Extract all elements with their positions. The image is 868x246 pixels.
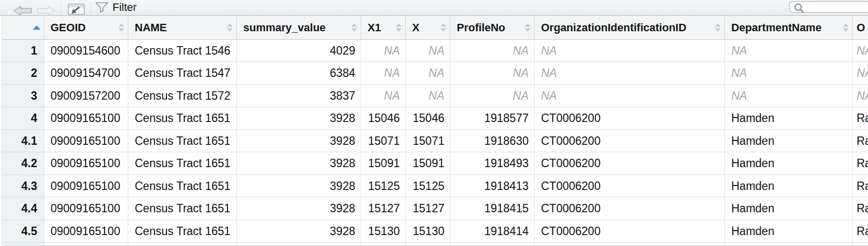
sort-toggle-icon xyxy=(525,23,531,32)
cell-DepartmentName: Hamden xyxy=(725,220,853,243)
cell-DepartmentName: NA xyxy=(725,40,853,62)
filter-button[interactable]: Filter xyxy=(95,0,137,15)
cell-DepartmentName: NA xyxy=(725,85,853,107)
column-header-GEOID[interactable]: GEOID xyxy=(44,16,128,40)
cell-OrganizationIdentificationID: NA xyxy=(535,85,725,107)
cell-summary_value: 3928 xyxy=(237,130,361,152)
cell-OrganizationIdentificationID: CT0006200 xyxy=(535,175,725,197)
sort-toggle-icon xyxy=(118,23,124,32)
cell-OrganizationIdentificationID: NA xyxy=(535,40,725,62)
cell-OrganizationIdentificationID: CT0006200 xyxy=(535,152,725,175)
cell-summary_value: 3928 xyxy=(237,197,361,220)
column-header-ProfileNo[interactable]: ProfileNo xyxy=(450,16,535,40)
partial-row xyxy=(2,243,868,246)
column-header-label: ProfileNo xyxy=(457,21,505,34)
cell-X: 15127 xyxy=(406,197,450,220)
cell-NAME: Census Tract 1651 xyxy=(128,197,237,220)
table-row: 209009154700Census Tract 15476384NANANAN… xyxy=(2,62,868,84)
cell-GEOID: 09009154700 xyxy=(44,62,128,84)
cell-summary_value: 3928 xyxy=(237,107,361,129)
row-number: 2 xyxy=(2,62,44,84)
column-header-label: DepartmentName xyxy=(731,21,821,34)
table-row: 4.409009165100Census Tract 1651392815127… xyxy=(2,197,868,220)
cell-X1: 15091 xyxy=(361,152,406,175)
cell-NAME: Census Tract 1572 xyxy=(128,85,237,107)
cell-X1: 15130 xyxy=(361,220,406,243)
cell-GEOID: 09009165100 xyxy=(44,130,128,152)
table-row: 309009157200Census Tract 15723837NANANAN… xyxy=(2,85,868,107)
filter-label: Filter xyxy=(112,0,137,15)
cell-O: Ra xyxy=(853,107,868,129)
table-row: 4.209009165100Census Tract 1651392815091… xyxy=(2,152,868,175)
empty-cell xyxy=(44,243,128,246)
column-header-X[interactable]: X xyxy=(406,16,450,40)
cell-X1: NA xyxy=(361,85,406,107)
cell-X1: NA xyxy=(361,62,406,84)
sort-toggle-icon xyxy=(396,23,402,32)
cell-X: 15046 xyxy=(406,107,450,129)
popout-button[interactable] xyxy=(67,2,86,17)
cell-DepartmentName: Hamden xyxy=(725,152,853,175)
cell-X: NA xyxy=(406,40,450,62)
back-arrow-icon xyxy=(14,6,32,15)
column-header-summary_value[interactable]: summary_value xyxy=(237,16,361,40)
cell-GEOID: 09009165100 xyxy=(44,107,128,129)
header-row: GEOIDNAMEsummary_valueX1XProfileNoOrgani… xyxy=(2,16,868,40)
sort-toggle-icon xyxy=(843,23,849,32)
toolbar-separator xyxy=(60,2,61,13)
row-number: 4.4 xyxy=(2,197,44,220)
cell-OrganizationIdentificationID: CT0006200 xyxy=(535,197,725,220)
cell-NAME: Census Tract 1546 xyxy=(128,40,237,62)
cell-OrganizationIdentificationID: CT0006200 xyxy=(535,130,725,152)
cell-NAME: Census Tract 1651 xyxy=(128,130,237,152)
open-in-new-window-icon xyxy=(68,4,84,15)
cell-X: 15125 xyxy=(406,175,450,197)
cell-OrganizationIdentificationID: CT0006200 xyxy=(535,107,725,129)
cell-NAME: Census Tract 1651 xyxy=(128,107,237,129)
cell-GEOID: 09009154600 xyxy=(44,40,128,62)
cell-X: 15071 xyxy=(406,130,450,152)
row-number: 4.1 xyxy=(2,130,44,152)
cell-O: NA xyxy=(853,40,868,62)
sort-ascending-icon xyxy=(33,25,41,30)
forward-arrow-icon xyxy=(38,6,55,15)
cell-ProfileNo: 1918577 xyxy=(450,107,535,129)
table-row: 4.309009165100Census Tract 1651392815125… xyxy=(2,175,868,197)
column-header-label: GEOID xyxy=(51,21,86,34)
empty-cell xyxy=(406,243,450,246)
column-header-OrganizationIdentificationID[interactable]: OrganizationIdentificationID xyxy=(535,16,725,40)
cell-summary_value: 3928 xyxy=(237,152,361,175)
data-table: GEOIDNAMEsummary_valueX1XProfileNoOrgani… xyxy=(2,16,868,246)
cell-GEOID: 09009165100 xyxy=(44,197,128,220)
cell-ProfileNo: NA xyxy=(450,85,535,107)
cell-DepartmentName: Hamden xyxy=(725,197,853,220)
table-body: 109009154600Census Tract 15464029NANANAN… xyxy=(2,40,868,243)
cell-GEOID: 09009165100 xyxy=(44,220,128,243)
toolbar-separator xyxy=(91,2,91,13)
sort-toggle-icon xyxy=(715,23,721,32)
cell-X1: 15127 xyxy=(361,197,406,220)
cell-ProfileNo: 1918630 xyxy=(450,130,535,152)
column-header-O[interactable]: O xyxy=(853,16,868,40)
cell-X1: 15071 xyxy=(361,130,406,152)
row-number: 4.3 xyxy=(2,175,44,197)
cell-GEOID: 09009165100 xyxy=(44,152,128,175)
table-row: 109009154600Census Tract 15464029NANANAN… xyxy=(2,40,868,62)
column-header-DepartmentName[interactable]: DepartmentName xyxy=(725,16,853,40)
cell-NAME: Census Tract 1651 xyxy=(128,220,237,243)
cell-ProfileNo: NA xyxy=(450,40,535,62)
empty-cell xyxy=(237,243,361,246)
row-number: 3 xyxy=(2,85,44,107)
empty-cell xyxy=(2,243,44,246)
cell-ProfileNo: 1918414 xyxy=(450,220,535,243)
cell-OrganizationIdentificationID: CT0006200 xyxy=(535,220,725,243)
empty-cell xyxy=(725,243,853,246)
filter-funnel-icon xyxy=(95,2,108,13)
column-header-X1[interactable]: X1 xyxy=(361,16,406,40)
cell-ProfileNo: 1918413 xyxy=(450,175,535,197)
column-header-NAME[interactable]: NAME xyxy=(128,16,237,40)
search-input[interactable] xyxy=(806,2,868,12)
table-row: 409009165100Census Tract 165139281504615… xyxy=(2,107,868,129)
cell-X: 15130 xyxy=(406,220,450,243)
column-header-row-number[interactable] xyxy=(2,16,44,40)
